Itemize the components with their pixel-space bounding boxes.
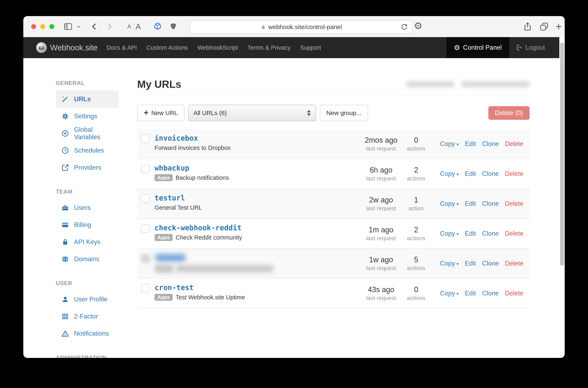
url-filter-select[interactable]: All URLs (6) [188,105,316,121]
sidebar-item-notifications[interactable]: Notifications [56,325,119,342]
caret-down-icon: ▾ [457,142,459,147]
row-action-edit[interactable]: Edit [465,170,476,177]
shield-icon[interactable] [169,22,178,31]
close-window-button[interactable] [31,24,36,29]
actions-label: actions [402,265,431,271]
sidebar-item-schedules[interactable]: Schedules [56,142,119,159]
row-action-copy[interactable]: Copy▾ [440,260,459,267]
sidebar-item-settings[interactable]: Settings [56,108,119,125]
back-icon[interactable] [90,22,99,31]
row-action-edit[interactable]: Edit [465,140,476,148]
last-request-label: last request [360,145,402,152]
caret-down-icon: ▾ [457,261,459,266]
row-action-clone[interactable]: Clone [482,230,499,237]
sidebar-section-heading: GENERAL [56,80,124,88]
page-title: My URLs [137,78,181,90]
settings-gear-icon[interactable]: ⚙︎ [414,21,422,30]
url-description: Backup notifications [176,174,229,181]
actions-count: 2 [402,225,431,234]
row-action-delete[interactable]: Delete [505,170,523,177]
account-info-redacted [407,81,530,87]
brand-name: Webhook.site [50,43,98,52]
chevron-down-icon[interactable] [76,24,81,29]
row-checkbox[interactable] [141,284,150,292]
row-action-clone[interactable]: Clone [482,290,499,297]
row-checkbox[interactable] [141,224,150,233]
increase-text-size-button[interactable]: A [136,22,141,31]
sidebar-item-billing[interactable]: Billing [56,216,119,233]
navbar-link-support[interactable]: Support [300,44,321,51]
row-checkbox[interactable] [141,254,150,263]
sidebar-item-global-variables[interactable]: Global Variables [56,125,119,142]
desktop-background: A A webhook.site/control-panel [0,0,588,388]
row-main: whbackup Apps Backup notifications [154,159,360,189]
sidebar-toggle-icon[interactable] [63,22,73,31]
row-action-delete[interactable]: Delete [505,140,523,148]
row-checkbox[interactable] [141,194,150,203]
url-row-check-webhook-reddit: check-webhook-reddit Apps Check Reddit c… [137,219,530,249]
navbar-link-docs-api[interactable]: Docs & API [107,44,137,51]
row-checkbox[interactable] [141,134,150,143]
navbar-link-custom-actions[interactable]: Custom Actions [146,44,188,51]
minimize-window-button[interactable] [40,24,45,29]
control-panel-button[interactable]: ⚙︎ Control Panel [446,37,509,58]
row-checkbox[interactable] [141,164,150,173]
row-action-clone[interactable]: Clone [482,200,499,207]
row-action-edit[interactable]: Edit [465,230,476,237]
share-icon[interactable] [523,22,533,31]
last-request-time: 2w ago [360,196,402,204]
row-action-edit[interactable]: Edit [465,290,476,297]
row-action-clone[interactable]: Clone [482,140,499,148]
navbar-link-terms-privacy[interactable]: Terms & Privacy [247,44,290,51]
row-main: testurl General Test URL [154,189,360,218]
extension-cube-icon[interactable] [153,22,163,31]
sidebar-item-providers[interactable]: Providers [56,159,119,176]
row-action-edit[interactable]: Edit [465,200,476,207]
row-action-clone[interactable]: Clone [482,170,499,177]
sidebar-item-user-profile[interactable]: User Profile [56,291,119,308]
row-action-copy[interactable]: Copy▾ [440,290,459,297]
scrollbar-thumb[interactable] [560,43,564,266]
new-url-button[interactable]: + New URL [137,105,184,121]
logout-button[interactable]: Logout [509,37,552,58]
row-action-clone[interactable]: Clone [482,260,499,267]
url-name-link[interactable]: testurl [154,194,185,202]
sidebar-item-users[interactable]: Users [56,199,119,216]
sidebar-item-domains[interactable]: Domains [56,250,119,267]
row-action-copy[interactable]: Copy▾ [440,140,459,148]
forward-icon[interactable] [104,22,114,31]
row-action-delete[interactable]: Delete [505,200,523,207]
row-action-copy[interactable]: Copy▾ [440,230,459,237]
row-action-copy[interactable]: Copy▾ [440,170,459,177]
url-name-link[interactable]: invoicebox [154,134,198,142]
last-request-time: 1m ago [360,225,402,234]
delete-selected-button[interactable]: Delete (0) [488,106,530,120]
scrollbar-track[interactable] [559,37,565,358]
sidebar-item-api-keys[interactable]: API Keys [56,233,119,250]
row-action-delete[interactable]: Delete [505,230,523,237]
row-main [155,249,360,278]
url-name-link[interactable]: check-webhook-reddit [154,224,241,232]
brand[interactable]: ω Webhook.site [36,37,98,58]
row-action-delete[interactable]: Delete [505,260,523,267]
row-action-copy[interactable]: Copy▾ [440,200,459,207]
credit-card-icon [61,221,69,229]
row-action-edit[interactable]: Edit [465,260,476,267]
tab-overview-icon[interactable] [539,22,549,31]
row-action-delete[interactable]: Delete [505,290,523,297]
reload-icon[interactable] [400,23,409,31]
share-square-icon [61,164,69,171]
navbar-link-webhookscript[interactable]: WebhookScript [198,44,238,51]
sidebar-item-urls[interactable]: URLs [56,91,119,108]
new-group-button[interactable]: New group... [320,105,368,121]
address-bar[interactable]: webhook.site/control-panel [190,20,413,34]
decrease-text-size-button[interactable]: A [127,24,131,30]
actions-count: 0 [402,285,431,294]
sidebar-section-user: USER User Profile 2-Factor Notifications [56,280,124,342]
gear-icon [61,112,69,120]
url-name-link[interactable]: whbackup [154,164,189,172]
zoom-window-button[interactable] [49,24,54,29]
url-name-link[interactable]: cron-test [154,284,194,292]
sidebar-item-2-factor[interactable]: 2-Factor [56,308,119,325]
new-tab-icon[interactable]: + [556,21,562,32]
